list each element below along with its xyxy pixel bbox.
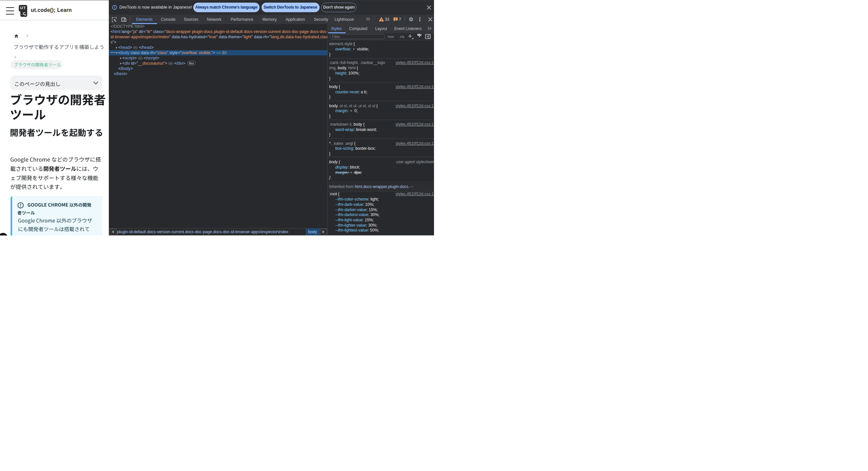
svg-text:.C: .C — [22, 11, 26, 15]
svg-text:UT: UT — [20, 6, 26, 10]
